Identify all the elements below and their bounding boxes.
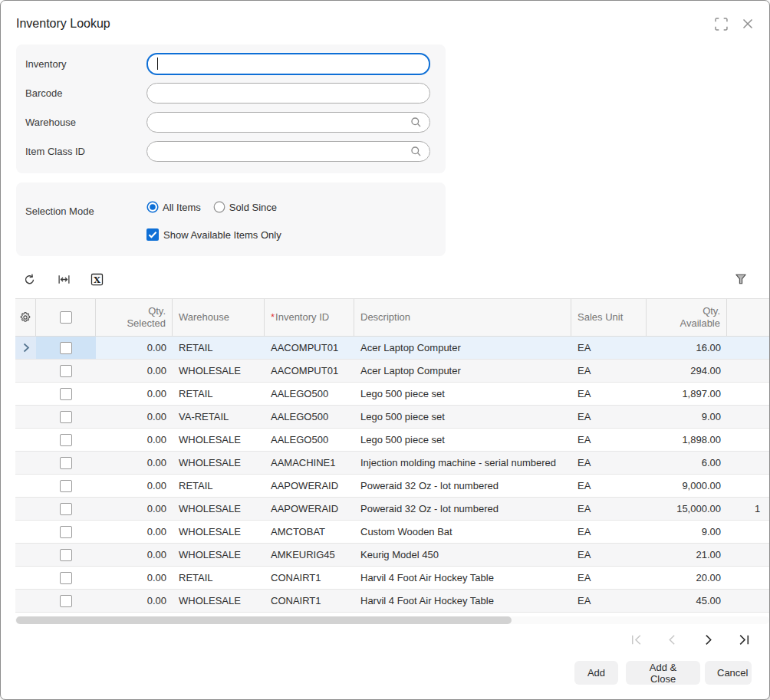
row-select-cell[interactable] bbox=[36, 429, 96, 451]
cell-qty_available[interactable]: 21.00 bbox=[647, 544, 727, 566]
cell-description[interactable]: Lego 500 piece set bbox=[354, 406, 571, 428]
cell-warehouse[interactable]: WHOLESALE bbox=[173, 429, 265, 451]
table-row[interactable]: 0.00WHOLESALEAAMACHINE1Injection molding… bbox=[15, 452, 769, 475]
header-warehouse[interactable]: Warehouse bbox=[173, 299, 265, 336]
cell-sales_unit[interactable]: EA bbox=[571, 590, 647, 612]
cell-qty_available[interactable]: 6.00 bbox=[647, 452, 727, 474]
cell-qty_selected[interactable]: 0.00 bbox=[96, 406, 173, 428]
cell-inventory_id[interactable]: AALEGO500 bbox=[265, 383, 354, 405]
row-select-cell[interactable] bbox=[36, 521, 96, 543]
row-checkbox[interactable] bbox=[60, 457, 72, 469]
cell-sales_unit[interactable]: EA bbox=[571, 406, 647, 428]
refresh-button[interactable] bbox=[18, 268, 40, 290]
barcode-input[interactable] bbox=[146, 83, 430, 104]
row-checkbox[interactable] bbox=[60, 388, 72, 400]
table-row[interactable]: 0.00WHOLESALEAACOMPUT01Acer Laptop Compu… bbox=[15, 360, 769, 383]
previous-page-button[interactable] bbox=[662, 629, 682, 649]
cell-warehouse[interactable]: VA-RETAIL bbox=[173, 406, 265, 428]
select-all-cell[interactable] bbox=[36, 299, 96, 336]
row-select-cell[interactable] bbox=[36, 544, 96, 566]
cell-qty_selected[interactable]: 0.00 bbox=[96, 567, 173, 589]
cell-warehouse[interactable]: RETAIL bbox=[173, 475, 265, 497]
row-checkbox[interactable] bbox=[60, 480, 72, 492]
cell-warehouse[interactable]: WHOLESALE bbox=[173, 360, 265, 382]
row-checkbox[interactable] bbox=[60, 434, 72, 446]
cell-warehouse[interactable]: WHOLESALE bbox=[173, 590, 265, 612]
first-page-button[interactable] bbox=[626, 629, 646, 649]
next-page-button[interactable] bbox=[698, 629, 718, 649]
warehouse-input[interactable] bbox=[146, 112, 430, 133]
cell-warehouse[interactable]: WHOLESALE bbox=[173, 521, 265, 543]
filter-button[interactable] bbox=[730, 268, 752, 290]
table-row[interactable]: 0.00WHOLESALEAAPOWERAIDPoweraid 32 Oz - … bbox=[15, 498, 769, 521]
cell-warehouse[interactable]: WHOLESALE bbox=[173, 452, 265, 474]
cell-warehouse[interactable]: WHOLESALE bbox=[173, 498, 265, 520]
cell-sales_unit[interactable]: EA bbox=[571, 337, 647, 359]
cell-inventory_id[interactable]: AAMACHINE1 bbox=[265, 452, 354, 474]
cell-inventory_id[interactable]: AAPOWERAID bbox=[265, 498, 354, 520]
cell-qty_selected[interactable]: 0.00 bbox=[96, 590, 173, 612]
table-row[interactable]: 0.00RETAILCONAIRT1Harvil 4 Foot Air Hock… bbox=[15, 567, 769, 590]
cell-sales_unit[interactable]: EA bbox=[571, 544, 647, 566]
cell-qty_selected[interactable]: 0.00 bbox=[96, 475, 173, 497]
cell-sales_unit[interactable]: EA bbox=[571, 567, 647, 589]
row-checkbox[interactable] bbox=[60, 411, 72, 423]
cell-inventory_id[interactable]: AALEGO500 bbox=[265, 406, 354, 428]
horizontal-scrollbar[interactable] bbox=[15, 616, 769, 624]
scrollbar-thumb[interactable] bbox=[16, 616, 512, 624]
cell-qty_available[interactable]: 1,898.00 bbox=[647, 429, 727, 451]
show-available-checkbox-row[interactable]: Show Available Items Only bbox=[146, 228, 281, 241]
close-button[interactable] bbox=[740, 16, 755, 31]
cell-inventory_id[interactable]: AACOMPUT01 bbox=[265, 360, 354, 382]
cell-warehouse[interactable]: WHOLESALE bbox=[173, 544, 265, 566]
cell-inventory_id[interactable]: CONAIRT1 bbox=[265, 567, 354, 589]
row-checkbox[interactable] bbox=[60, 595, 72, 607]
cell-description[interactable]: Keurig Model 450 bbox=[354, 544, 571, 566]
row-select-cell[interactable] bbox=[36, 383, 96, 405]
cell-description[interactable]: Lego 500 piece set bbox=[354, 383, 571, 405]
cell-inventory_id[interactable]: AAPOWERAID bbox=[265, 475, 354, 497]
last-page-button[interactable] bbox=[734, 629, 754, 649]
header-qty-available[interactable]: Qty. Available bbox=[647, 299, 727, 336]
cell-sales_unit[interactable]: EA bbox=[571, 475, 647, 497]
row-select-cell[interactable] bbox=[36, 406, 96, 428]
cell-sales_unit[interactable]: EA bbox=[571, 360, 647, 382]
cell-sales_unit[interactable]: EA bbox=[571, 498, 647, 520]
cell-description[interactable]: Injection molding machine - serial numbe… bbox=[354, 452, 571, 474]
maximize-button[interactable] bbox=[713, 16, 729, 31]
cell-description[interactable]: Custom Wooden Bat bbox=[354, 521, 571, 543]
cell-sales_unit[interactable]: EA bbox=[571, 383, 647, 405]
cell-qty_selected[interactable]: 0.00 bbox=[96, 383, 173, 405]
cell-qty_selected[interactable]: 0.00 bbox=[96, 360, 173, 382]
table-row[interactable]: 0.00WHOLESALECONAIRT1Harvil 4 Foot Air H… bbox=[15, 590, 769, 613]
row-select-cell[interactable] bbox=[36, 590, 96, 612]
cancel-button[interactable]: Cancel bbox=[705, 661, 752, 685]
checkbox-checked-icon[interactable] bbox=[146, 228, 159, 241]
cell-inventory_id[interactable]: CONAIRT1 bbox=[265, 590, 354, 612]
cell-sales_unit[interactable]: EA bbox=[571, 429, 647, 451]
cell-qty_available[interactable]: 45.00 bbox=[647, 590, 727, 612]
row-select-cell[interactable] bbox=[36, 567, 96, 589]
item-class-input[interactable] bbox=[146, 141, 430, 162]
cell-sales_unit[interactable]: EA bbox=[571, 521, 647, 543]
cell-description[interactable]: Acer Laptop Computer bbox=[354, 360, 571, 382]
table-row[interactable]: 0.00WHOLESALEAMCTOBATCustom Wooden BatEA… bbox=[15, 521, 769, 544]
cell-description[interactable]: Lego 500 piece set bbox=[354, 429, 571, 451]
add-button[interactable]: Add bbox=[574, 661, 618, 685]
cell-qty_selected[interactable]: 0.00 bbox=[96, 544, 173, 566]
cell-inventory_id[interactable]: AALEGO500 bbox=[265, 429, 354, 451]
cell-qty_selected[interactable]: 0.00 bbox=[96, 498, 173, 520]
add-and-close-button[interactable]: Add & Close bbox=[626, 661, 700, 685]
table-row[interactable]: 0.00WHOLESALEAALEGO500Lego 500 piece set… bbox=[15, 429, 769, 452]
cell-description[interactable]: Poweraid 32 Oz - lot numbered bbox=[354, 475, 571, 497]
cell-description[interactable]: Poweraid 32 Oz - lot numbered bbox=[354, 498, 571, 520]
cell-qty_selected[interactable]: 0.00 bbox=[96, 452, 173, 474]
radio-sold-since[interactable]: Sold Since bbox=[213, 201, 277, 213]
cell-description[interactable]: Harvil 4 Foot Air Hockey Table bbox=[354, 590, 571, 612]
cell-sales_unit[interactable]: EA bbox=[571, 452, 647, 474]
cell-qty_available[interactable]: 9,000.00 bbox=[647, 475, 727, 497]
cell-warehouse[interactable]: RETAIL bbox=[173, 337, 265, 359]
row-checkbox[interactable] bbox=[60, 365, 72, 377]
cell-qty_selected[interactable]: 0.00 bbox=[96, 429, 173, 451]
cell-qty_available[interactable]: 16.00 bbox=[647, 337, 727, 359]
